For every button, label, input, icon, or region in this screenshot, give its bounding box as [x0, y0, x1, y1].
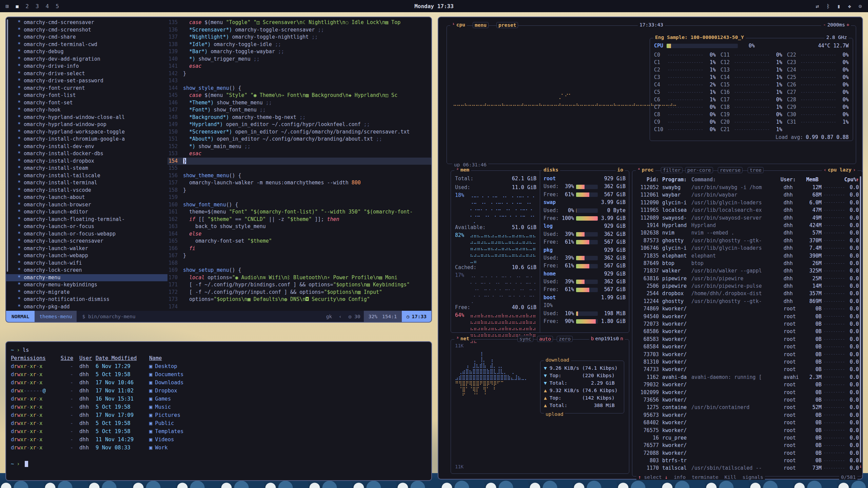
file-list-item[interactable]: *omarchy-launch-screensaver	[6, 238, 167, 245]
process-row[interactable]: 111965 localsea /usr/lib/localsearch-ex …	[636, 206, 859, 214]
file-list-item[interactable]: *omarchy-launch-editor	[6, 208, 167, 216]
process-row[interactable]: 68402 kworker/ root 0B 0.0	[636, 419, 859, 426]
file-list-item[interactable]: *omarchy-cmd-screenshot	[6, 26, 167, 34]
process-row[interactable]: 95673 kworker/ root 0B 0.0	[636, 411, 859, 419]
process-row[interactable]: 71835 elephant elephant dhh 390M 0.0	[636, 252, 859, 260]
scroll-down-icon[interactable]: ↓	[859, 463, 862, 469]
file-list-item[interactable]: *omarchy-hyprland-window-close-all	[6, 114, 167, 121]
process-row[interactable]: 2506 pipewire /usr/bin/pipewire-pulse dh…	[636, 282, 859, 290]
workspace-3[interactable]: 3	[36, 3, 39, 9]
tray-icon[interactable]: ⇄	[816, 3, 819, 9]
process-row[interactable]: 102638 nvim nvim --embed . dhh 57M 0.0	[636, 229, 859, 237]
process-row[interactable]: 12244 ghostty /usr/bin/ghostty --gtk- dh…	[636, 298, 859, 305]
net-sync-button[interactable]: sync	[517, 336, 533, 342]
process-row[interactable]: 73703 kworker/ root 0B 0.0	[636, 351, 859, 358]
file-list-scrollbar[interactable]	[7, 19, 8, 272]
file-list-item[interactable]: *omarchy-cmd-screensaver	[6, 19, 167, 26]
process-row[interactable]: 1275 containe /usr/bin/containerd root 5…	[636, 404, 859, 411]
process-row[interactable]: 76575 kworker/ root 0B 0.0	[636, 427, 859, 434]
process-row[interactable]: 106746 glycin-i /usr/lib/glycin-loaders …	[636, 244, 859, 252]
workspace-5[interactable]: 5	[56, 3, 59, 9]
col-cpu[interactable]: Cpu%	[844, 176, 856, 184]
process-row[interactable]: 112061 waybar /usr/bin/waybar dhh 68M 0.…	[636, 191, 859, 199]
file-list-item[interactable]: *omarchy-menu-keybindings	[6, 281, 167, 289]
file-list-item[interactable]: *omarchy-cmd-terminal-cwd	[6, 41, 167, 48]
tray-icon[interactable]: ▮	[837, 3, 841, 9]
process-row[interactable]: 112052 swaybg /usr/bin/swaybg -i /hom dh…	[636, 184, 859, 191]
tab-cpu[interactable]: ¹cpu	[450, 22, 467, 27]
file-list-item[interactable]: *omarchy-launch-floating-terminal-	[6, 216, 167, 223]
kill-hint[interactable]: Kill	[725, 474, 736, 480]
proc-filter-button[interactable]: filter	[661, 167, 683, 173]
file-list-item[interactable]: *omarchy-font-current	[6, 85, 167, 92]
workspace-active-icon[interactable]: ◼	[16, 3, 19, 9]
file-list-item[interactable]: *omarchy-lock-screen	[6, 267, 167, 274]
file-list-item[interactable]: *omarchy-install-dropbox	[6, 158, 167, 165]
process-row[interactable]: 1162 avahi-da avahi-daemon: running [ av…	[636, 373, 859, 381]
tab-net[interactable]: ³net	[454, 336, 471, 341]
file-list-item[interactable]: *omarchy-pkg-add	[6, 303, 167, 311]
preset-button[interactable]: preset	[496, 22, 518, 28]
tray-icon[interactable]: ❖	[848, 3, 851, 9]
file-list-item[interactable]: *omarchy-cmd-share	[6, 34, 167, 41]
process-row[interactable]: 16 rcu_pree root 0B 0.0	[636, 434, 859, 442]
process-row[interactable]: 112089 swayosd- /usr/bin/swayosd-server …	[636, 214, 859, 222]
col-mem[interactable]: MemB	[802, 176, 818, 184]
menu-button[interactable]: menu	[473, 22, 489, 28]
process-row[interactable]: 79032 kworker/ root 0B 0.0	[636, 381, 859, 388]
process-row[interactable]: 68586 kworker/ root 0B 0.0	[636, 328, 859, 335]
proc-reverse-button[interactable]: reverse	[718, 167, 743, 173]
process-row[interactable]: 81310 kworker/ root 0B 0.0	[636, 358, 859, 366]
signals-hint[interactable]: signals	[743, 474, 763, 480]
process-row[interactable]: 102099 kworker/ root 0B 0.0	[636, 389, 859, 396]
process-row[interactable]: 63816 pipewire /usr/bin/pipewire dhh 25M…	[636, 275, 859, 282]
process-row[interactable]: 94540 kworker/ root 0B 0.0	[636, 313, 859, 320]
file-list-item[interactable]: *omarchy-install-vscode	[6, 187, 167, 194]
file-list-item[interactable]: *omarchy-install-tailscale	[6, 172, 167, 180]
file-list-item[interactable]: *omarchy-launch-walker	[6, 245, 167, 252]
process-row[interactable]: 71837 walker /usr/bin/walker --gappl dhh…	[636, 267, 859, 274]
file-list-item[interactable]: *omarchy-launch-or-focus	[6, 223, 167, 230]
proc-per-core-button[interactable]: per-core	[685, 167, 713, 173]
process-row[interactable]: 1170 tailscal /usr/sbin/tailscaled -- ro…	[636, 464, 859, 472]
file-list-item[interactable]: *omarchy-launch-browser	[6, 201, 167, 209]
file-list-item[interactable]: *omarchy-drive-info	[6, 63, 167, 70]
file-list-item[interactable]: *omarchy-launch-webapp	[6, 252, 167, 260]
file-list-item[interactable]: *omarchy-dev-add-migration	[6, 56, 167, 63]
tray-icon[interactable]: ⊙	[859, 3, 862, 9]
process-row[interactable]: 68584 kworker/ root 0B 0.0	[636, 343, 859, 350]
file-list-item[interactable]: *omarchy-launch-or-focus-webapp	[6, 230, 167, 238]
io-toggle[interactable]: io	[616, 167, 625, 172]
process-row[interactable]: 74869 kworker/ root 0B 0.0	[636, 305, 859, 312]
file-list-item[interactable]: *omarchy-install-dev-env	[6, 143, 167, 150]
file-list-item[interactable]: *omarchy-install-chromium-google-a	[6, 136, 167, 143]
workspace-4[interactable]: 4	[46, 3, 49, 9]
process-row[interactable]: 76577 kworker/ root 0B 0.0	[636, 442, 859, 449]
info-hint[interactable]: info	[674, 474, 686, 480]
process-row[interactable]: 72088 kworker/ root 0B 0.0	[636, 449, 859, 457]
tab-proc[interactable]: ⁴proc	[636, 167, 655, 172]
process-row[interactable]: 87649 btop btop dhh 26M 0.0	[636, 260, 859, 267]
file-list-item[interactable]: *omarchy-drive-select	[6, 70, 167, 78]
file-list-item[interactable]: *omarchy-menu	[6, 274, 167, 282]
process-row[interactable]: 72073 kworker/ root 0B 0.0	[636, 320, 859, 328]
file-list-item[interactable]: *omarchy-launch-wifi	[6, 260, 167, 267]
col-program[interactable]: Program:	[659, 176, 691, 184]
process-row[interactable]: 803 btrfs-tr root 0B 0.0	[636, 457, 859, 464]
file-list-pane[interactable]: *omarchy-cmd-screensaver *omarchy-cmd-sc…	[6, 17, 167, 311]
process-row[interactable]: 1914 Hyprland Hyprland dhh 424M 0.0	[636, 222, 859, 229]
file-list-item[interactable]: *omarchy-hyprland-window-pop	[6, 121, 167, 128]
proc-header-row[interactable]: Pid: Program: Command: User: MemB Cpu% ↑	[636, 176, 859, 184]
file-list-item[interactable]: *omarchy-font-list	[6, 92, 167, 99]
net-interface-selector[interactable]: b enp191s0 n	[589, 336, 625, 341]
file-list-item[interactable]: *omarchy-drive-set-password	[6, 77, 167, 85]
tray-icon[interactable]: ᛒ	[826, 3, 830, 9]
disks-label[interactable]: disks	[542, 167, 560, 172]
file-list-item[interactable]: *omarchy-font-set	[6, 99, 167, 107]
apps-icon[interactable]: ⊞	[5, 3, 9, 9]
process-row[interactable]: 73656 kworker/ root 0B 0.0	[636, 396, 859, 404]
proc-scrollbar[interactable]	[860, 176, 861, 463]
terminal-window[interactable]: ~›ls Permissions Size User Date Modified…	[5, 341, 432, 481]
file-list-item[interactable]: *omarchy-notification-dismiss	[6, 296, 167, 303]
file-list-item[interactable]: *omarchy-hyprland-workspace-toggle	[6, 128, 167, 136]
